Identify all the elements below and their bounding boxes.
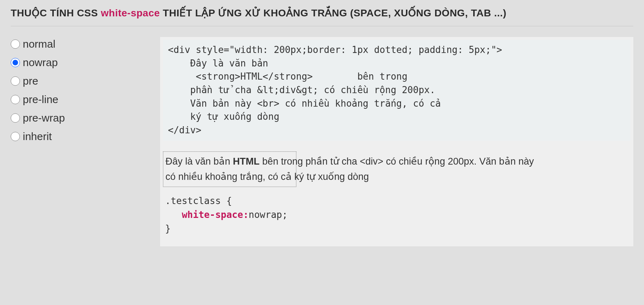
radio-label-pre-wrap[interactable]: pre-wrap: [23, 113, 65, 123]
radio-option-inherit[interactable]: inherit: [11, 131, 160, 142]
preview-text-strong: HTML: [233, 156, 260, 167]
preview-text-mid: bên trong phần tử cha <div> có chiều rộn…: [260, 156, 534, 167]
preview-text-pre: Đây là văn bản: [165, 156, 233, 167]
css-value: nowrap;: [249, 209, 288, 220]
preview-text-post: có nhiều khoảng trắng, có cả ký tự xuống…: [165, 171, 369, 182]
radio-label-pre-line[interactable]: pre-line: [23, 94, 58, 105]
radio-label-normal[interactable]: normal: [23, 39, 56, 49]
radio-option-nowrap[interactable]: nowrap: [11, 57, 160, 68]
title-pre: THUỘC TÍNH CSS: [11, 7, 101, 18]
radio-label-nowrap[interactable]: nowrap: [23, 57, 58, 68]
css-selector: .testclass: [165, 196, 221, 206]
title-post: THIẾT LẬP ỨNG XỬ KHOẢNG TRẮNG (SPACE, XU…: [160, 7, 506, 18]
radio-input-pre[interactable]: [11, 76, 20, 86]
radio-input-pre-line[interactable]: [11, 95, 20, 104]
html-source-code: <div style="width: 200px;border: 1px dot…: [163, 40, 630, 141]
css-close: }: [165, 223, 171, 234]
radio-input-nowrap[interactable]: [11, 58, 20, 67]
radio-input-pre-wrap[interactable]: [11, 113, 20, 123]
radio-input-inherit[interactable]: [11, 132, 20, 141]
radio-option-pre-wrap[interactable]: pre-wrap: [11, 113, 160, 123]
css-output: .testclass { white-space:nowrap; }: [163, 194, 630, 236]
options-sidebar: normalnowrapprepre-linepre-wrapinherit: [11, 37, 160, 246]
css-indent: [165, 209, 182, 220]
radio-option-normal[interactable]: normal: [11, 39, 160, 49]
css-open: {: [226, 196, 232, 206]
radio-input-normal[interactable]: [11, 39, 20, 49]
page-header: THUỘC TÍNH CSS white-space THIẾT LẬP ỨNG…: [11, 7, 633, 26]
css-property: white-space:: [182, 209, 249, 220]
radio-option-pre[interactable]: pre: [11, 76, 160, 86]
title-accent: white-space: [101, 7, 160, 18]
radio-label-inherit[interactable]: inherit: [23, 131, 52, 142]
radio-option-pre-line[interactable]: pre-line: [11, 94, 160, 105]
content-panel: <div style="width: 200px;border: 1px dot…: [160, 37, 633, 246]
preview-box: Đây là văn bản HTML bên trong phần tử ch…: [163, 151, 296, 187]
radio-label-pre[interactable]: pre: [23, 76, 38, 86]
page-title: THUỘC TÍNH CSS white-space THIẾT LẬP ỨNG…: [11, 7, 633, 19]
